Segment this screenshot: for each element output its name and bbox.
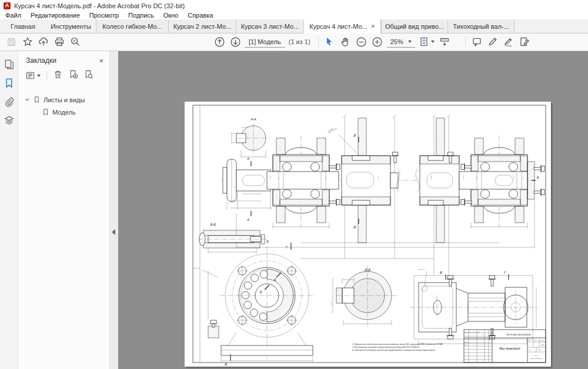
svg-text:В: В (225, 363, 227, 366)
acrobat-app-icon: A (4, 2, 11, 9)
main-assembly-view: А А (221, 115, 544, 276)
svg-text:Листов: Листов (537, 349, 541, 350)
doc-tab-obshchiy-vid[interactable]: Общий вид приво... (381, 19, 447, 33)
zoom-in-icon[interactable] (369, 35, 385, 49)
svg-text:КП.Х.201.03.10.00СБ: КП.Х.201.03.10.00СБ (507, 333, 531, 336)
svg-text:ø47: ø47 (278, 176, 279, 179)
page-count-label: (1 из 1) (289, 38, 310, 45)
bookmark-item-listy-i-vidy[interactable]: Листы и виды (18, 93, 109, 106)
bookmark-icon (33, 96, 41, 103)
page-thumbnails-icon[interactable] (2, 58, 15, 71)
doc-tab-tihohodny-val[interactable]: Тихоходный вал-... (447, 19, 514, 33)
svg-text:А: А (246, 218, 249, 222)
select-tool-icon[interactable] (322, 35, 338, 49)
panel-tools-separator (46, 71, 47, 81)
section-view-ee: Е-Е (199, 223, 267, 253)
svg-text:Лист: Лист (529, 349, 531, 350)
caret-down-icon (431, 41, 435, 43)
doc-tab-kursach2[interactable]: Курсач 2 лист-Мо... (168, 19, 236, 33)
previous-page-icon[interactable] (212, 35, 228, 49)
doc-tab-kursach4-active[interactable]: Курсач 4 лист-Мо... × (303, 19, 381, 33)
svg-text:Г: Г (504, 271, 506, 274)
tabbar: Главная Инструменты Колесо гибкое-Мо... … (0, 19, 588, 33)
caret-down-icon (37, 75, 41, 77)
save-icon[interactable] (4, 35, 19, 49)
doc-tab-kursach3[interactable]: Курсач 3 лист-Мо... (236, 19, 303, 33)
menu-help[interactable]: Справка (188, 12, 213, 19)
svg-text:ø40k6: ø40k6 (463, 175, 465, 179)
menu-sign[interactable]: Подпись (128, 12, 154, 19)
svg-text:Изм. Лист № докум. Подп. Да: Изм. Лист № докум. Подп. Дата (465, 331, 480, 333)
section-view-aa: А-А (230, 118, 270, 158)
svg-text:1 отв. М8: 1 отв. М8 (193, 267, 200, 269)
page-number-input[interactable]: [1] Модель (245, 36, 285, 48)
menu-window[interactable]: Окно (163, 12, 179, 19)
hand-tool-icon[interactable] (338, 35, 353, 49)
window-title: Курсач 4 лист-Модель.pdf - Adobe Acrobat… (14, 2, 185, 9)
svg-text:Д: Д (353, 225, 356, 229)
new-bookmark-icon[interactable] (68, 69, 78, 82)
fit-page-select[interactable] (417, 35, 437, 49)
svg-text:1. Неуказанные предельные откл: 1. Неуказанные предельные отклонения раз… (352, 343, 443, 345)
window-titlebar: A Курсач 4 лист-Модель.pdf - Adobe Acrob… (0, 0, 588, 11)
print-icon[interactable] (51, 35, 67, 49)
svg-text:ø45H7: ø45H7 (430, 175, 432, 179)
bookmark-options-icon[interactable] (25, 71, 41, 80)
layers-icon[interactable] (2, 114, 15, 127)
panel-resize-strip[interactable] (109, 51, 118, 369)
chevron-down-icon (25, 97, 30, 102)
zoom-out-icon[interactable] (353, 35, 369, 49)
document-area[interactable]: А-А (118, 51, 588, 369)
svg-text:БНТУ: БНТУ (534, 355, 539, 357)
svg-text:22,8H9: 22,8H9 (330, 301, 332, 307)
menu-edit[interactable]: Редактирование (31, 12, 80, 19)
close-panel-icon[interactable]: × (99, 57, 103, 65)
panel-collapse-handle[interactable] (112, 229, 115, 235)
svg-text:Масса: Масса (534, 340, 537, 341)
svg-text:Е: Е (260, 290, 262, 294)
measure-ruler-icon[interactable] (437, 35, 453, 49)
next-page-icon[interactable] (228, 35, 243, 49)
attachments-icon[interactable] (2, 95, 15, 108)
svg-text:Е: Е (274, 278, 276, 281)
menu-file[interactable]: Файл (5, 12, 21, 19)
svg-text:1:1: 1:1 (541, 344, 544, 347)
fill-and-sign-icon[interactable] (516, 35, 532, 49)
sign-pen-icon[interactable] (500, 35, 516, 49)
svg-text:1 отв. М8: 1 отв. М8 (417, 269, 425, 270)
zoom-level-select[interactable]: 25% (387, 36, 415, 48)
bookmark-icon (42, 108, 49, 116)
tab-tools[interactable]: Инструменты (46, 19, 96, 33)
svg-text:ø35k6: ø35k6 (338, 175, 339, 179)
delete-bookmark-icon[interactable] (53, 69, 63, 82)
bookmark-item-model[interactable]: Модель (18, 106, 109, 118)
tab-home[interactable]: Главная (0, 19, 46, 33)
star-icon[interactable] (19, 35, 35, 49)
search-icon[interactable] (67, 35, 83, 49)
toolbar-separator (465, 36, 466, 47)
view-b-circular: Б Г (193, 240, 315, 366)
title-block: Изм. Лист № докум. Подп. Дата Разраб. Пр… (464, 330, 546, 363)
close-tab-icon[interactable]: × (371, 23, 375, 30)
share-cloud-icon[interactable] (35, 35, 51, 49)
engineering-drawing: А-А (185, 102, 551, 367)
doc-tab-koleso[interactable]: Колесо гибкое-Мо... (96, 19, 168, 33)
menu-view[interactable]: Просмотр (89, 12, 119, 19)
bookmarks-icon[interactable] (2, 76, 15, 89)
comment-icon[interactable] (469, 35, 485, 49)
svg-text:Д-Д: Д-Д (364, 268, 370, 271)
svg-text:Б: Б (266, 240, 269, 243)
highlight-pencil-icon[interactable] (485, 35, 500, 49)
bookmarks-tree: Листы и виды Модель (18, 86, 109, 118)
svg-text:Е-Е: Е-Е (211, 223, 216, 226)
svg-text:Масштаб: Масштаб (540, 340, 544, 341)
toolbar-separator (318, 36, 319, 47)
svg-text:ø30k6: ø30k6 (513, 175, 514, 179)
svg-text:В: В (440, 271, 442, 274)
svg-text:кафедра «Детали машин»: кафедра «Детали машин» (530, 358, 543, 359)
svg-text:А: А (246, 157, 249, 160)
svg-text:Б: Б (537, 176, 539, 179)
panel-title: Закладки (26, 56, 56, 65)
svg-text:Д: Д (353, 133, 356, 137)
expand-current-bookmark-icon[interactable] (83, 69, 93, 82)
